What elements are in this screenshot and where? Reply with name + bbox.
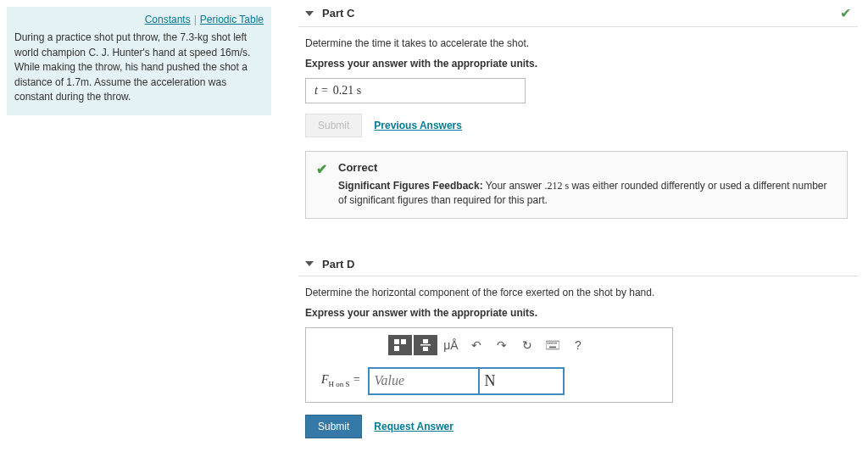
part-c-complete-check-icon: ✔ — [840, 5, 851, 21]
part-d-unit-input[interactable] — [480, 369, 563, 393]
part-c-answer-box: t = 0.21 s — [305, 78, 526, 103]
part-d-express: Express your answer with the appropriate… — [305, 307, 851, 319]
part-d-header[interactable]: Part D — [298, 253, 858, 276]
correct-check-icon: ✔ — [316, 160, 327, 179]
svg-rect-8 — [549, 343, 551, 344]
part-d-title: Part D — [322, 258, 354, 270]
part-c-title: Part C — [322, 7, 354, 20]
svg-rect-2 — [394, 346, 399, 351]
part-c-express: Express your answer with the appropriate… — [305, 58, 851, 70]
answer-toolbar: μÅ ↶ ↷ ↻ ? — [313, 335, 665, 355]
link-separator: | — [191, 14, 200, 25]
part-d-input-group: μÅ ↶ ↷ ↻ ? FH on S = — [305, 327, 673, 403]
part-c-prompt: Determine the time it takes to accelerat… — [305, 37, 851, 49]
svg-rect-1 — [401, 339, 406, 344]
svg-rect-0 — [394, 339, 399, 344]
template-icon[interactable] — [388, 335, 412, 355]
redo-icon[interactable]: ↷ — [490, 335, 514, 355]
chevron-down-icon[interactable] — [305, 261, 314, 266]
part-c-submit-button: Submit — [305, 114, 362, 137]
request-answer-link[interactable]: Request Answer — [374, 421, 453, 432]
part-d-prompt: Determine the horizontal component of th… — [305, 287, 851, 298]
feedback-title: Correct — [338, 160, 835, 176]
constants-link[interactable]: Constants — [145, 14, 191, 25]
svg-rect-5 — [423, 347, 428, 351]
part-d-submit-button[interactable]: Submit — [305, 415, 362, 438]
part-c-equals: = — [318, 84, 333, 98]
help-icon[interactable]: ? — [566, 335, 590, 355]
part-c-value: 0.21 s — [333, 84, 361, 98]
unit-symbol-button[interactable]: μÅ — [439, 335, 463, 355]
part-d-value-input[interactable] — [370, 369, 480, 393]
svg-rect-4 — [420, 344, 431, 346]
part-d-var-label: FH on S = — [321, 373, 361, 388]
svg-rect-3 — [423, 339, 428, 343]
periodic-table-link[interactable]: Periodic Table — [200, 14, 264, 25]
keyboard-icon[interactable] — [541, 335, 565, 355]
reset-icon[interactable]: ↻ — [515, 335, 539, 355]
problem-statement: During a practice shot put throw, the 7.… — [14, 31, 264, 104]
svg-rect-11 — [555, 343, 557, 344]
svg-rect-7 — [548, 343, 549, 344]
svg-rect-6 — [546, 341, 559, 349]
svg-rect-10 — [554, 343, 555, 344]
previous-answers-link[interactable]: Previous Answers — [374, 120, 462, 131]
part-c-header[interactable]: Part C ✔ — [298, 0, 858, 27]
undo-icon[interactable]: ↶ — [465, 335, 488, 355]
part-c-feedback: ✔ Correct Significant Figures Feedback: … — [305, 151, 848, 219]
svg-rect-12 — [549, 346, 556, 348]
chevron-down-icon[interactable] — [305, 11, 314, 16]
feedback-body: Significant Figures Feedback: Your answe… — [338, 179, 835, 208]
fraction-icon[interactable] — [414, 335, 437, 355]
svg-rect-9 — [551, 343, 553, 344]
